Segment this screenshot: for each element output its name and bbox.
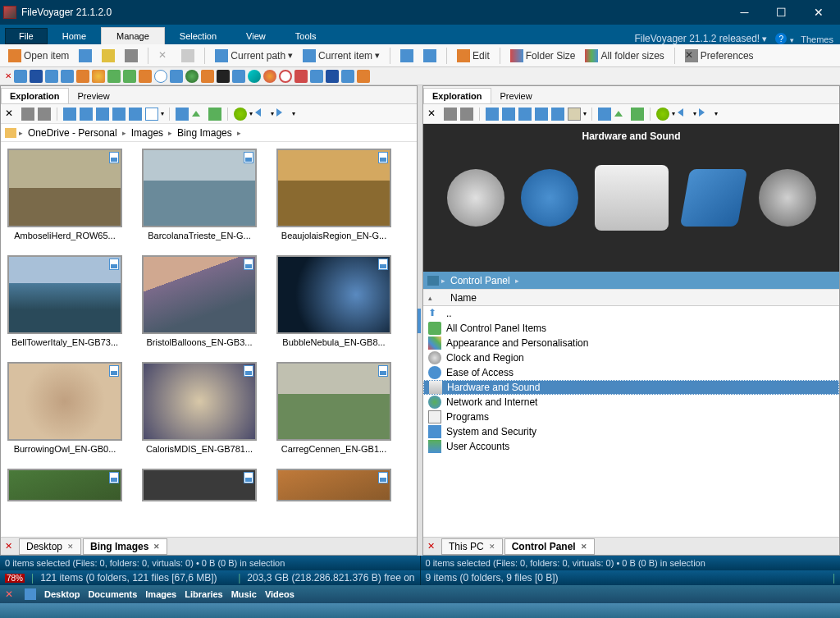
left-tab-preview[interactable]: Preview xyxy=(69,88,119,103)
maximize-button[interactable]: ☐ xyxy=(763,0,800,25)
list-item-selected[interactable]: Hardware and Sound xyxy=(423,380,839,395)
ql-vlc-icon[interactable] xyxy=(357,70,370,83)
quicklaunch-close[interactable]: ✕ xyxy=(5,71,11,80)
close-button[interactable]: ✕ xyxy=(800,0,837,25)
thumb-item[interactable]: BarcolanaTrieste_EN-G... xyxy=(142,149,257,240)
ribbon-icon-2[interactable] xyxy=(98,47,118,65)
column-name[interactable]: Name xyxy=(436,292,477,304)
list-body[interactable]: ⬆.. All Control Panel Items Appearance a… xyxy=(423,306,839,537)
ql-icon-4[interactable] xyxy=(61,70,74,83)
all-folder-sizes-button[interactable]: All folder sizes xyxy=(582,47,667,65)
thumb-item[interactable] xyxy=(142,469,257,501)
btab-cp[interactable]: Control Panel✕ xyxy=(504,538,595,555)
ql-opera-icon[interactable] xyxy=(279,70,292,83)
tab-manage[interactable]: Manage xyxy=(101,27,165,44)
preferences-button[interactable]: ✕Preferences xyxy=(682,47,757,65)
rt-collapse-icon[interactable] xyxy=(598,108,611,121)
ql-firefox-icon[interactable] xyxy=(263,70,276,83)
btab-thispc[interactable]: This PC✕ xyxy=(441,538,503,555)
file-menu[interactable]: File xyxy=(5,28,48,44)
lt-up-icon[interactable] xyxy=(192,108,205,121)
list-item[interactable]: System and Security xyxy=(423,424,839,439)
ql-brave-icon[interactable] xyxy=(294,70,308,83)
ql-icon-12[interactable] xyxy=(185,70,199,83)
fav-music[interactable]: Music xyxy=(231,589,257,599)
right-breadcrumb[interactable]: ▸ Control Panel ▸ xyxy=(423,272,839,290)
themes-button[interactable]: Themes xyxy=(794,34,840,44)
ribbon-icon-1[interactable] xyxy=(75,47,95,65)
current-item-button[interactable]: Current item▾ xyxy=(299,47,383,65)
rt-view1-icon[interactable] xyxy=(486,108,499,121)
thumb-item[interactable]: CalorisMDIS_EN-GB781... xyxy=(142,362,257,454)
rt-view6-icon[interactable] xyxy=(568,108,581,121)
rt-view5-icon[interactable] xyxy=(551,108,564,121)
bc-controlpanel[interactable]: Control Panel xyxy=(447,273,514,288)
list-item[interactable]: Ease of Access xyxy=(423,365,839,380)
thumb-item[interactable] xyxy=(276,469,391,501)
bc-onedrive[interactable]: OneDrive - Personal xyxy=(25,126,121,140)
tab-view[interactable]: View xyxy=(231,28,281,44)
list-header[interactable]: ▴ Name xyxy=(423,290,839,306)
fav-videos[interactable]: Videos xyxy=(265,589,294,599)
right-tab-exploration[interactable]: Exploration xyxy=(423,88,491,103)
ql-computer-icon[interactable] xyxy=(30,70,43,83)
edit-button[interactable]: Edit xyxy=(454,47,493,65)
ql-icon-11[interactable] xyxy=(170,70,183,83)
folder-size-button[interactable]: Folder Size xyxy=(507,47,579,65)
lt-view5-icon[interactable] xyxy=(129,108,142,121)
left-breadcrumb[interactable]: ▸ OneDrive - Personal ▸ Images ▸ Bing Im… xyxy=(1,124,417,142)
rt-view2-icon[interactable] xyxy=(502,108,515,121)
lt-collapse-icon[interactable] xyxy=(176,108,189,121)
fav-documents[interactable]: Documents xyxy=(88,589,137,599)
left-tab-exploration[interactable]: Exploration xyxy=(1,88,69,103)
right-tab-preview[interactable]: Preview xyxy=(491,88,541,103)
thumb-item[interactable]: BellTowerItaly_EN-GB73... xyxy=(7,255,122,347)
fav-libraries[interactable]: Libraries xyxy=(185,589,222,599)
rt-back-icon[interactable] xyxy=(678,108,691,121)
ql-icon-9[interactable] xyxy=(139,70,152,83)
ql-icon-5[interactable] xyxy=(76,70,89,83)
parent-dir-row[interactable]: ⬆.. xyxy=(423,306,839,321)
ql-icon-3[interactable] xyxy=(45,70,58,83)
lt-fwd-icon[interactable] xyxy=(276,108,290,121)
rt-up-icon[interactable] xyxy=(614,108,628,121)
lt-view3-icon[interactable] xyxy=(96,108,109,121)
bc-images[interactable]: Images xyxy=(128,126,167,140)
splitter[interactable] xyxy=(418,85,422,556)
favorites-close-icon[interactable]: ✕ xyxy=(5,588,13,600)
close-pane-icon[interactable]: ✕ xyxy=(425,541,436,552)
lt-view4-icon[interactable] xyxy=(112,108,126,121)
ribbon-view-2[interactable] xyxy=(420,47,440,65)
ql-icon-6[interactable] xyxy=(92,70,105,83)
list-item[interactable]: Network and Internet xyxy=(423,395,839,410)
btab-bing[interactable]: Bing Images✕ xyxy=(83,538,167,555)
help-icon[interactable]: ? xyxy=(775,33,787,44)
tab-tools[interactable]: Tools xyxy=(281,28,331,44)
lt-view6-icon[interactable] xyxy=(145,108,158,121)
thumb-item[interactable]: AmboseliHerd_ROW65... xyxy=(7,149,122,240)
thumb-item[interactable]: CarregCennen_EN-GB1... xyxy=(276,362,391,454)
rt-view3-icon[interactable] xyxy=(518,108,532,121)
rt-view4-icon[interactable] xyxy=(535,108,548,121)
list-item[interactable]: User Accounts xyxy=(423,439,839,454)
lt-view1-icon[interactable] xyxy=(63,108,76,121)
ql-icon-10[interactable] xyxy=(154,70,167,83)
thumbnail-grid[interactable]: AmboseliHerd_ROW65... BarcolanaTrieste_E… xyxy=(1,142,417,537)
lt-history-icon[interactable] xyxy=(234,108,247,121)
lt-refresh-icon[interactable] xyxy=(208,108,221,121)
release-notice[interactable]: FileVoyager 21.1.2 released! ▾ xyxy=(634,33,772,44)
ql-icon-7[interactable] xyxy=(107,70,121,83)
ribbon-icon-3[interactable] xyxy=(121,47,141,65)
ql-icon-20[interactable] xyxy=(310,70,323,83)
close-pane-icon[interactable]: ✕ xyxy=(2,541,14,552)
lt-view2-icon[interactable] xyxy=(80,108,93,121)
close-tab-icon[interactable]: ✕ xyxy=(581,542,587,551)
list-item[interactable]: All Control Panel Items xyxy=(423,321,839,336)
fav-images[interactable]: Images xyxy=(145,589,176,599)
open-item-button[interactable]: Open item xyxy=(5,47,72,65)
thumb-item[interactable]: BubbleNebula_EN-GB8... xyxy=(276,255,391,347)
lt-back-icon[interactable] xyxy=(255,108,268,121)
rt-refresh-icon[interactable] xyxy=(631,108,644,121)
ribbon-view-1[interactable] xyxy=(397,47,417,65)
ql-icon-13[interactable] xyxy=(201,70,214,83)
